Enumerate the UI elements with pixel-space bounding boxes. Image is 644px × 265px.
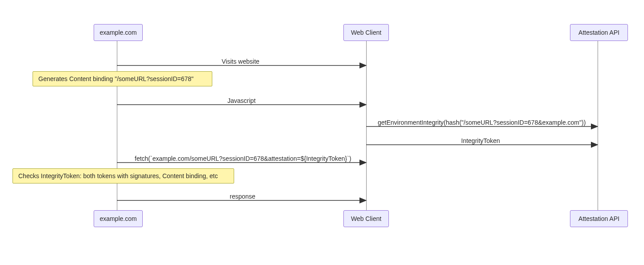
sequence-diagram: example.com Web Client Attestation API e… <box>0 0 644 265</box>
participant-web-client-bottom: Web Client <box>343 210 389 227</box>
participant-label: Web Client <box>351 215 381 222</box>
message-javascript: Javascript <box>227 97 256 104</box>
note-checks-integrity-token: Checks IntegrityToken: both tokens with … <box>12 168 234 183</box>
participant-label: Attestation API <box>578 29 619 36</box>
participant-example-com-top: example.com <box>94 24 143 41</box>
participant-attestation-api-top: Attestation API <box>570 24 628 41</box>
message-integrity-token: IntegrityToken <box>460 137 501 144</box>
note-text: Checks IntegrityToken: both tokens with … <box>18 172 218 179</box>
participant-example-com-bottom: example.com <box>94 210 143 227</box>
participant-label: Attestation API <box>578 215 619 222</box>
participant-label: example.com <box>99 215 136 222</box>
note-text: Generates Content binding "/someURL?sess… <box>38 75 194 82</box>
lifeline-attestation-api <box>598 41 598 210</box>
lifeline-example-com <box>117 41 117 210</box>
lifeline-web-client <box>366 41 367 210</box>
participant-label: Web Client <box>351 29 381 36</box>
message-response: response <box>229 193 256 200</box>
participant-attestation-api-bottom: Attestation API <box>570 210 628 227</box>
note-generates-content-binding: Generates Content binding "/someURL?sess… <box>33 71 212 86</box>
participant-label: example.com <box>99 29 136 36</box>
message-get-environment-integrity: getEnvironmentIntegrity(hash("/someURL?s… <box>377 119 586 126</box>
participant-web-client-top: Web Client <box>343 24 389 41</box>
message-fetch: fetch(`example.com/someURL?sessionID=678… <box>134 155 352 162</box>
message-visits-website: Visits website <box>221 58 260 65</box>
